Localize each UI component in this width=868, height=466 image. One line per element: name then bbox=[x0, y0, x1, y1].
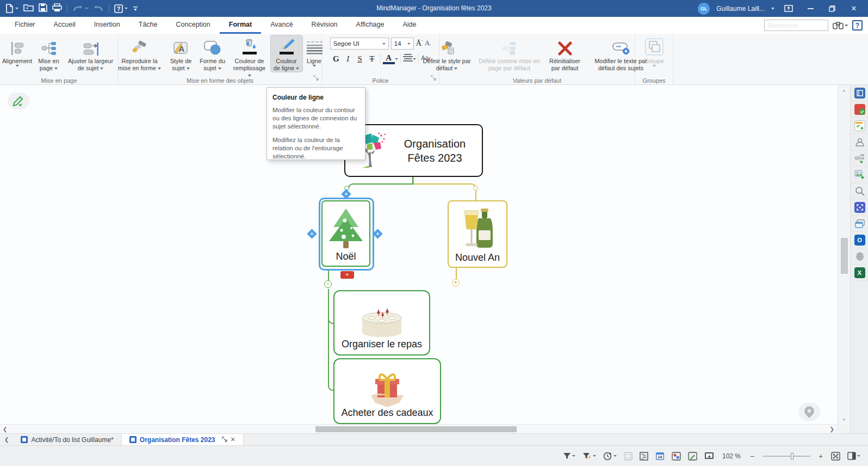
doc-tab-activite[interactable]: Activité/To do list Guillaume* bbox=[13, 434, 121, 445]
tab-revision[interactable]: Révision bbox=[302, 17, 347, 34]
user-avatar[interactable]: GL bbox=[698, 3, 710, 15]
topic-noel[interactable]: Noël bbox=[321, 200, 370, 267]
outline-view-button[interactable] bbox=[640, 452, 648, 461]
vertical-scroll-thumb[interactable] bbox=[841, 238, 848, 274]
minimize-button[interactable] bbox=[803, 2, 818, 15]
save-button[interactable] bbox=[39, 3, 47, 14]
help-question-button[interactable]: ? bbox=[852, 20, 863, 30]
sidebar-snapshots-button[interactable] bbox=[851, 216, 868, 232]
sidebar-fit-map-button[interactable] bbox=[851, 199, 868, 216]
zoom-slider-thumb[interactable] bbox=[791, 453, 793, 459]
sidebar-resources-button[interactable] bbox=[851, 134, 868, 150]
style-de-sujet-button[interactable]: A Style de sujet bbox=[165, 35, 197, 72]
tab-accueil[interactable]: Accueil bbox=[45, 17, 85, 34]
tab-tache[interactable]: Tâche bbox=[129, 17, 167, 34]
branch-dot[interactable] bbox=[473, 186, 478, 191]
strikethrough-button[interactable]: T bbox=[366, 53, 378, 65]
help-button[interactable]: ? bbox=[114, 4, 128, 13]
sidebar-tasks-button[interactable] bbox=[851, 101, 868, 118]
tab-conception[interactable]: Conception bbox=[167, 17, 220, 34]
couleur-de-ligne-button[interactable]: Couleur de ligne bbox=[271, 35, 302, 72]
tab-aide[interactable]: Aide bbox=[393, 17, 425, 34]
locate-map-button[interactable] bbox=[798, 403, 820, 421]
zoom-in-button[interactable]: + bbox=[817, 452, 824, 461]
bold-button[interactable]: G bbox=[330, 53, 342, 65]
fit-map-button[interactable] bbox=[831, 452, 840, 461]
gantt-view-button[interactable]: 24 bbox=[655, 452, 665, 461]
collapse-button[interactable]: − bbox=[324, 280, 332, 288]
map-canvas[interactable]: − + Couleur de ligne Modifier la couleur… bbox=[0, 85, 838, 433]
customize-toolbar-button[interactable] bbox=[133, 4, 138, 14]
topic-nouvel-an[interactable]: Nouvel An bbox=[448, 200, 507, 268]
tab-scroll-left[interactable]: ❮ bbox=[0, 434, 13, 445]
tab-fichier[interactable]: Fichier bbox=[5, 17, 45, 34]
tag-view-button[interactable] bbox=[672, 452, 681, 461]
scroll-up-icon[interactable]: ⌃ bbox=[842, 89, 846, 95]
annotate-button[interactable] bbox=[688, 452, 697, 461]
popout-tab-icon[interactable] bbox=[222, 436, 227, 444]
sidebar-excel-button[interactable]: X bbox=[851, 265, 868, 281]
open-button[interactable] bbox=[23, 3, 34, 14]
chevron-down-icon[interactable] bbox=[771, 8, 774, 10]
close-button[interactable]: ✕ bbox=[846, 2, 861, 15]
sidebar-web-button[interactable] bbox=[851, 248, 868, 265]
presentation-button[interactable] bbox=[704, 452, 714, 461]
tab-affichage[interactable]: Affichage bbox=[347, 17, 394, 34]
zoom-out-button[interactable]: − bbox=[749, 452, 755, 461]
scroll-left-icon[interactable]: ❮ bbox=[3, 426, 7, 432]
couleur-remplissage-button[interactable]: Couleur de remplissage bbox=[228, 35, 271, 79]
search-map-button[interactable] bbox=[833, 21, 848, 29]
reproduire-mise-en-forme-button[interactable]: Reproduire la mise en forme bbox=[114, 35, 165, 72]
scroll-down-icon[interactable]: ⌄ bbox=[842, 415, 846, 421]
ajuster-largeur-button[interactable]: Ajuster la largeur de sujet bbox=[65, 35, 117, 72]
font-family-combobox[interactable]: Segoe UI bbox=[330, 38, 389, 50]
alignement-button[interactable]: Alignement bbox=[2, 35, 33, 67]
print-button[interactable] bbox=[52, 3, 62, 14]
tab-format[interactable]: Format bbox=[220, 17, 261, 34]
reinitialiser-defaut-button[interactable]: Réinitialiser par défaut bbox=[544, 35, 586, 72]
sidebar-add-image-button[interactable] bbox=[851, 167, 868, 183]
topic-repas[interactable]: Organiser le repas bbox=[333, 290, 430, 355]
scroll-right-icon[interactable]: ❯ bbox=[830, 426, 834, 432]
panel-layout-button[interactable] bbox=[847, 452, 860, 460]
tab-insertion[interactable]: Insertion bbox=[85, 17, 129, 34]
power-filter-button[interactable] bbox=[582, 452, 596, 459]
horizontal-scroll-thumb[interactable] bbox=[315, 426, 517, 432]
close-tab-icon[interactable]: ✕ bbox=[231, 436, 235, 443]
forme-du-sujet-button[interactable]: Forme du sujet bbox=[197, 35, 228, 72]
sidebar-add-topic-button[interactable] bbox=[851, 150, 868, 167]
italic-button[interactable]: I bbox=[342, 53, 354, 65]
user-name[interactable]: Guillaume Laill... bbox=[716, 5, 765, 13]
sidebar-outlook-button[interactable]: O bbox=[851, 232, 868, 248]
grow-handle-left[interactable]: + bbox=[307, 229, 317, 238]
coediting-indicator[interactable] bbox=[8, 93, 29, 109]
vertical-scrollbar[interactable]: ⌃ ⌄ bbox=[838, 85, 850, 433]
undo-button[interactable] bbox=[72, 5, 88, 13]
horizontal-scrollbar[interactable]: ❮ ❯ bbox=[0, 424, 838, 433]
underline-button[interactable]: S bbox=[354, 53, 366, 65]
zoom-slider[interactable] bbox=[762, 456, 810, 457]
tab-avance[interactable]: Avancé bbox=[261, 17, 302, 34]
chevron-down-icon[interactable] bbox=[413, 58, 416, 60]
doc-tab-organisation[interactable]: Organisation Fêtes 2023 ✕ bbox=[121, 434, 244, 445]
topic-cadeaux[interactable]: Acheter des cadeaux bbox=[333, 358, 441, 424]
text-alignment-button[interactable] bbox=[403, 54, 413, 64]
redo-button[interactable] bbox=[93, 5, 104, 13]
presentation-window-button[interactable] bbox=[781, 2, 796, 15]
grow-handle-top[interactable]: + bbox=[341, 189, 351, 199]
timer-button[interactable] bbox=[603, 451, 617, 461]
sidebar-index-button[interactable] bbox=[851, 85, 868, 101]
sidebar-calendar-button[interactable] bbox=[851, 118, 868, 134]
chevron-down-icon[interactable] bbox=[395, 58, 398, 60]
grow-handle-right[interactable]: + bbox=[373, 229, 382, 238]
expand-button[interactable]: + bbox=[452, 279, 460, 286]
mise-en-page-button[interactable]: Mise en page bbox=[33, 35, 65, 72]
definir-style-defaut-button[interactable]: Définir le style par défaut bbox=[419, 35, 475, 72]
font-color-button[interactable]: A bbox=[383, 53, 395, 64]
add-subtopic-badge[interactable]: + bbox=[340, 271, 354, 279]
sidebar-search-button[interactable] bbox=[851, 183, 868, 199]
filter-button[interactable] bbox=[563, 452, 575, 459]
font-size-combobox[interactable]: 14 bbox=[391, 38, 414, 50]
search-input[interactable] bbox=[764, 20, 828, 31]
new-document-button[interactable] bbox=[5, 4, 18, 13]
